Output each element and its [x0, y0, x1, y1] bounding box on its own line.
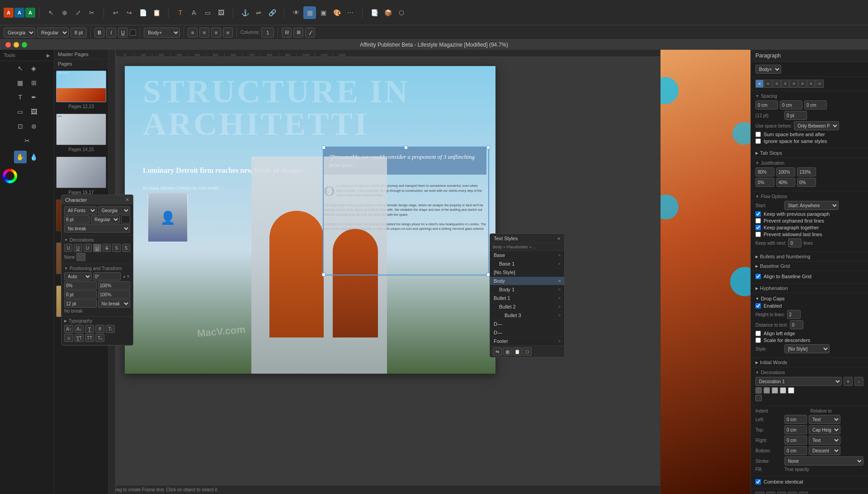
canvas-area[interactable]: 0 100 200 300 400 500 600 700 800 900 10…: [108, 50, 660, 494]
deco-color-2[interactable]: [764, 387, 770, 394]
toolbar-redo-icon[interactable]: ↪: [123, 6, 136, 19]
columns-input[interactable]: [261, 28, 274, 38]
drop-caps-style-select[interactable]: [No Style]: [784, 344, 830, 353]
hand-tool[interactable]: ✋: [14, 151, 27, 163]
underline-button[interactable]: U: [118, 28, 128, 38]
page-thumb-14-15[interactable]: ■ ■ ■: [56, 114, 106, 145]
tab-stops-toggle[interactable]: ▶ Tab Stops: [751, 148, 868, 158]
deco-u2[interactable]: U: [74, 244, 82, 252]
toolbar-frame-icon[interactable]: ▭: [201, 6, 214, 19]
ts-base1[interactable]: Base 1 ≡: [490, 260, 564, 268]
spacing-right-input[interactable]: [804, 100, 827, 109]
ts-body1[interactable]: Body 1 ≡: [490, 285, 564, 294]
bullets-toggle[interactable]: ▶ Bullets and Numbering: [751, 252, 868, 261]
toolbar-anchor-icon[interactable]: ⚓: [239, 6, 251, 19]
ts-bullet2[interactable]: Bullet 2 ≡: [490, 303, 564, 311]
keep-prev-checkbox[interactable]: [755, 211, 761, 217]
char-style-select[interactable]: Regular: [91, 215, 120, 223]
deco-u1[interactable]: U: [64, 244, 72, 252]
align-justify-button[interactable]: ≡: [223, 28, 233, 38]
toolbar-type-icon[interactable]: A: [188, 6, 200, 19]
color-wheel[interactable]: [3, 169, 21, 187]
top-indent-input[interactable]: [784, 425, 807, 434]
toolbar-undo-icon[interactable]: ↩: [109, 6, 122, 19]
deco-expand[interactable]: ▼: [64, 238, 68, 242]
toolbar-pages-icon[interactable]: 📑: [368, 6, 381, 19]
align-left-btn[interactable]: ≡: [755, 80, 764, 88]
dist-text-input[interactable]: [790, 320, 803, 329]
ts-bullet1[interactable]: Bullet 1 ≡: [490, 294, 564, 303]
just-char-min[interactable]: [755, 178, 774, 187]
ts-d1[interactable]: D—: [490, 320, 564, 328]
pos-v-scale[interactable]: [98, 281, 131, 290]
typo-expand[interactable]: ▶: [64, 319, 67, 323]
eyedropper-tool[interactable]: 💧: [28, 151, 40, 163]
node-tool[interactable]: ◈: [28, 62, 40, 75]
minimize-button[interactable]: [14, 42, 19, 48]
just-word-min[interactable]: [755, 167, 774, 176]
table-tool[interactable]: ⊞: [28, 76, 40, 89]
just-word-max[interactable]: [797, 167, 816, 176]
ts-btn-3[interactable]: 📋: [513, 347, 522, 356]
pos-h-scale[interactable]: [64, 281, 97, 290]
text-tool[interactable]: T: [14, 91, 27, 104]
align-justify-btn[interactable]: ≡: [781, 80, 789, 88]
align-justify-all-btn[interactable]: ≡: [790, 80, 798, 88]
pos-auto-select[interactable]: Auto: [64, 272, 92, 280]
deco-chevron[interactable]: ▼: [755, 370, 759, 375]
align-left-button[interactable]: ≡: [188, 28, 198, 38]
toolbar-transform-icon[interactable]: ⤢: [72, 6, 85, 19]
char-color-swatch[interactable]: [121, 215, 130, 223]
drop-caps-checkbox[interactable]: [755, 303, 761, 309]
toolbar-view-icon[interactable]: 👁: [290, 6, 302, 19]
prevent-widow-checkbox[interactable]: [755, 232, 761, 237]
crop-tool[interactable]: ✂: [21, 134, 33, 147]
pos-tracking[interactable]: [64, 290, 97, 299]
select-tool[interactable]: ↖: [14, 62, 27, 75]
drop-caps-chevron[interactable]: ▼: [755, 297, 759, 301]
spacing-after-input[interactable]: [780, 100, 802, 109]
typo-btn-6[interactable]: ıı: [64, 334, 73, 342]
deco-s1[interactable]: S: [103, 244, 111, 252]
toolbar-cut-icon[interactable]: ✂: [85, 6, 98, 19]
keep-together-checkbox[interactable]: [755, 225, 761, 230]
align-opt2-btn[interactable]: ≡: [816, 80, 824, 88]
deco-color-3[interactable]: [772, 387, 778, 394]
sum-space-checkbox[interactable]: [755, 132, 761, 137]
deco-color-4[interactable]: [780, 387, 786, 394]
ts-footer[interactable]: Footer ≡: [490, 337, 564, 346]
char-size-input[interactable]: [64, 215, 90, 223]
align-right-button[interactable]: ≡: [211, 28, 221, 38]
combine-checkbox[interactable]: [755, 479, 761, 484]
flow-chevron[interactable]: ▼: [755, 195, 759, 199]
toolbar-doc-icon[interactable]: 📄: [137, 6, 149, 19]
deco-add-btn[interactable]: +: [844, 377, 853, 386]
close-button[interactable]: [5, 42, 11, 48]
toolbar-flow-icon[interactable]: ⇌: [252, 6, 265, 19]
spacing-chevron[interactable]: ▼: [755, 94, 759, 98]
bottom-icon-3[interactable]: ▦: [777, 492, 786, 494]
deco-color-5[interactable]: [788, 387, 794, 394]
tools-expand[interactable]: ▶: [47, 53, 50, 58]
typo-btn-1[interactable]: A↑: [64, 325, 73, 333]
align-force-btn[interactable]: ≡: [798, 80, 807, 88]
toolbar-assets-icon[interactable]: 📦: [382, 6, 394, 19]
page-thumb-16-17[interactable]: [56, 157, 106, 188]
toolbar-image-icon[interactable]: 🖼: [215, 6, 227, 19]
ts-btn-1[interactable]: ⇆: [493, 347, 502, 356]
align-right-btn[interactable]: ≡: [773, 80, 781, 88]
right-indent-input[interactable]: [784, 436, 807, 445]
typo-btn-4[interactable]: ff: [95, 325, 104, 333]
line-spacing-input[interactable]: [784, 111, 807, 120]
toolbar-layout-icon[interactable]: ▦: [303, 6, 316, 19]
italic-button[interactable]: I: [106, 28, 116, 38]
paragraph-style-select[interactable]: Body+: [755, 65, 781, 74]
toolbar-color-icon[interactable]: 🎨: [330, 6, 343, 19]
font-style-select[interactable]: Regular: [37, 28, 69, 38]
scale-desc-checkbox[interactable]: [755, 337, 761, 343]
pos-angle-input[interactable]: [93, 272, 121, 280]
transform-tool[interactable]: ⊛: [28, 120, 40, 133]
pen-tool[interactable]: ✒: [28, 91, 40, 104]
hyphenation-toggle[interactable]: ▶ Hyphenation: [751, 284, 868, 293]
left-relative-select[interactable]: Text: [809, 415, 840, 424]
